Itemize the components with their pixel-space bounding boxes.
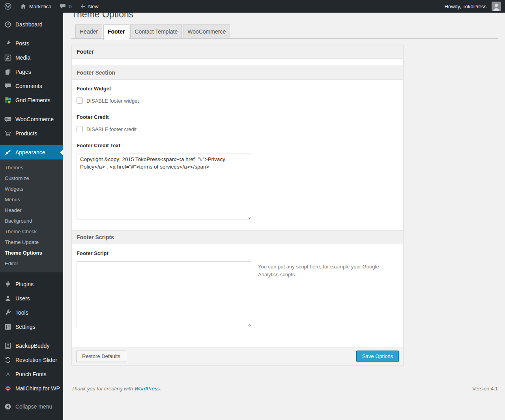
svg-text:W: W [6, 4, 10, 9]
letter-a-icon: A [4, 370, 12, 378]
footer-section-body: Footer Widget DISABLE footer widget Foot… [72, 80, 403, 219]
plugin-icon [4, 280, 12, 288]
footer-script-textarea[interactable] [77, 261, 251, 327]
submenu-item-customize[interactable]: Customize [0, 173, 63, 184]
sidebar-item-comments[interactable]: Comments [0, 79, 63, 93]
pin-icon [4, 39, 12, 47]
sidebar-item-plugins[interactable]: Plugins [0, 277, 63, 291]
site-name-button[interactable]: Marketica [16, 0, 55, 13]
plus-icon [80, 3, 86, 9]
svg-text:A: A [6, 371, 10, 377]
sidebar-item-grid-elements[interactable]: Grid Elements [0, 93, 63, 107]
restore-defaults-button[interactable]: Restore Defaults [76, 351, 126, 362]
disable-footer-credit-row: DISABLE footer credit [77, 126, 398, 132]
collapse-menu-button[interactable]: Collapse menu [0, 399, 63, 414]
my-account-button[interactable]: Howdy, TokoPress [441, 0, 505, 13]
home-icon [20, 3, 27, 10]
admin-bar-right: Howdy, TokoPress [441, 0, 505, 13]
sidebar-item-label: WooCommerce [15, 116, 54, 122]
sidebar-item-appearance[interactable]: Appearance [0, 145, 63, 159]
tab-contact-template[interactable]: Contact Template [130, 24, 182, 38]
sidebar-item-woocommerce[interactable]: Woo WooCommerce [0, 112, 63, 126]
footer-credit-text-textarea[interactable]: Copyright &copy; 2015 TokoPress<span><a … [77, 154, 251, 219]
sidebar-item-label: Pages [15, 69, 31, 75]
sidebar-item-users[interactable]: Users [0, 291, 63, 306]
submenu-item-background[interactable]: Background [0, 216, 63, 226]
sidebar-item-punch-fonts[interactable]: A Punch Fonts [0, 367, 63, 381]
backup-drive-icon [4, 342, 12, 350]
save-options-button[interactable]: Save Options [356, 351, 399, 362]
sidebar-item-dashboard[interactable]: Dashboard [0, 17, 63, 32]
sidebar-item-label: Dashboard [15, 21, 43, 28]
comments-icon [4, 82, 12, 90]
new-content-button[interactable]: New [76, 0, 103, 13]
sidebar-item-settings[interactable]: Settings [0, 320, 63, 334]
sidebar-item-label: Tools [15, 309, 28, 316]
footer-credit-label: Footer Credit [77, 114, 398, 120]
svg-text:Woo: Woo [5, 118, 11, 120]
refresh-arrows-icon [4, 356, 12, 364]
site-name-label: Marketica [29, 4, 51, 9]
subsection-title: Footer Section [77, 69, 115, 76]
tab-woocommerce[interactable]: WooCommerce [183, 24, 230, 38]
comment-bubble-icon [59, 3, 66, 10]
sidebar-item-revolution-slider[interactable]: Revolution Slider [0, 353, 63, 367]
admin-footer: Thank you for creating with WordPress. V… [71, 386, 498, 392]
user-icon [4, 294, 12, 302]
media-icon [4, 54, 12, 62]
sidebar-item-label: Posts [15, 40, 29, 47]
woocommerce-badge-icon: Woo [4, 115, 12, 123]
submenu-item-editor[interactable]: Editor [0, 258, 63, 269]
sidebar-item-label: MailChimp for WP [15, 385, 60, 392]
sidebar-item-label: Products [15, 130, 37, 137]
theme-options-panel: Footer Footer Section Footer Widget DISA… [71, 45, 404, 366]
sidebar-item-label: Plugins [15, 281, 34, 287]
submenu-item-theme-update[interactable]: Theme Update [0, 237, 63, 248]
comments-admin-bar-button[interactable]: 0 [55, 0, 75, 13]
pages-icon [4, 68, 12, 76]
disable-footer-credit-checkbox[interactable] [77, 126, 83, 132]
main-content: Theme Options Header Footer Contact Temp… [63, 0, 505, 392]
sidebar-item-label: Media [15, 54, 30, 61]
appearance-submenu: Themes Customize Widgets Menus Header Ba… [0, 159, 63, 272]
footer-script-row: You can put any script here, for example… [77, 256, 398, 327]
subsection-footer-scripts: Footer Scripts [72, 230, 403, 244]
footer-credit-text-label: Footer Credit Text [77, 142, 398, 148]
sidebar-item-label: Users [15, 295, 30, 302]
submenu-item-theme-options[interactable]: Theme Options [0, 248, 63, 258]
sidebar-item-mailchimp[interactable]: MailChimp for WP [0, 381, 63, 396]
wordpress-logo-icon: W [4, 2, 12, 10]
panel-action-bar: Restore Defaults Save Options [72, 347, 403, 365]
sidebar-item-label: Appearance [15, 149, 45, 156]
submenu-item-header[interactable]: Header [0, 205, 63, 216]
wordpress-link[interactable]: WordPress [135, 386, 160, 392]
sidebar-item-backupbuddy[interactable]: BackupBuddy [0, 339, 63, 353]
wp-logo-button[interactable]: W [0, 0, 16, 13]
submenu-item-widgets[interactable]: Widgets [0, 184, 63, 194]
section-header-footer: Footer [72, 45, 403, 59]
footer-thanks: Thank you for creating with WordPress. [71, 386, 161, 392]
sidebar-item-label: Collapse menu [15, 403, 52, 410]
tab-bar: Header Footer Contact Template WooCommer… [71, 24, 498, 39]
disable-footer-widget-checkbox[interactable] [77, 98, 83, 104]
footer-script-description: You can put any script here, for example… [258, 263, 381, 279]
sidebar-item-media[interactable]: Media [0, 51, 63, 65]
sidebar-item-pages[interactable]: Pages [0, 65, 63, 79]
subsection-title: Footer Scripts [77, 234, 114, 240]
sidebar-item-tools[interactable]: Tools [0, 306, 63, 320]
tab-footer[interactable]: Footer [103, 24, 129, 40]
sidebar-item-products[interactable]: Products [0, 126, 63, 141]
dashboard-icon [4, 21, 12, 28]
tab-header[interactable]: Header [75, 24, 102, 38]
footer-script-label: Footer Script [77, 250, 398, 256]
sidebar-item-posts[interactable]: Posts [0, 36, 63, 51]
submenu-item-menus[interactable]: Menus [0, 194, 63, 205]
submenu-item-theme-check[interactable]: Theme Check [0, 226, 63, 237]
cart-icon [4, 129, 12, 137]
disable-footer-credit-text: DISABLE footer credit [86, 126, 137, 132]
grid-elements-icon [4, 96, 12, 104]
submenu-item-themes[interactable]: Themes [0, 162, 63, 173]
admin-menu: Dashboard Posts Media Pages Comments Gri… [0, 13, 63, 420]
footer-scripts-body: Footer Script You can put any script her… [72, 244, 403, 327]
sidebar-item-label: Settings [15, 324, 36, 330]
